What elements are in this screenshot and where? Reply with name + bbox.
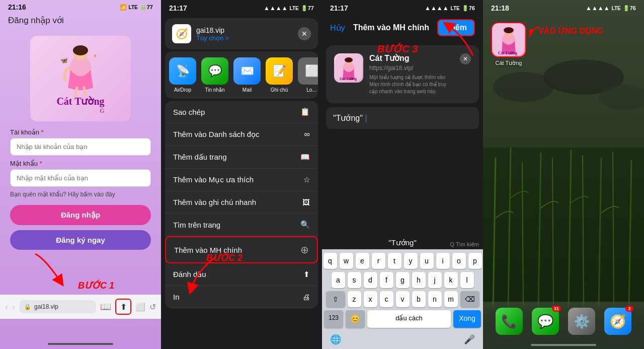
key-r[interactable]: r bbox=[372, 253, 385, 269]
key-emoji[interactable]: 😊 bbox=[346, 310, 365, 328]
site-icon: 🧭 bbox=[172, 24, 191, 43]
key-e[interactable]: e bbox=[356, 253, 369, 269]
forgot-password-text[interactable]: Bạn quên mật khẩu? Hãy bấm vào đây bbox=[10, 191, 151, 198]
menu-favorites[interactable]: Thêm vào Mục ưa thích ☆ bbox=[165, 169, 318, 191]
svg-rect-16 bbox=[483, 148, 644, 309]
key-f[interactable]: f bbox=[380, 272, 393, 288]
step1-label: BƯỚC 1 bbox=[78, 280, 114, 291]
share-app-airdrop[interactable]: 📡 AirDrop bbox=[169, 57, 196, 93]
name-input-section[interactable]: "Tướng" | bbox=[326, 107, 479, 129]
preview-app-desc: Một biểu tượng sẽ được thêm vào Màn hình… bbox=[369, 74, 454, 95]
globe-icon[interactable]: 🌐 bbox=[330, 334, 341, 345]
status-bar-panel2: 21:17 ▲▲▲▲ LTE 🔋77 bbox=[161, 0, 322, 14]
login-header-text: Đăng nhập với bbox=[8, 16, 64, 25]
status-icons-1: 📶 LTE 🔋77 bbox=[120, 4, 153, 11]
key-q[interactable]: q bbox=[324, 253, 337, 269]
key-z[interactable]: z bbox=[348, 291, 361, 307]
readinglist-icon: ∞ bbox=[304, 130, 310, 139]
key-c[interactable]: c bbox=[380, 291, 393, 307]
share-app-messages[interactable]: 💬 Tin nhắn bbox=[201, 57, 228, 93]
status-time-1: 21:16 bbox=[8, 3, 26, 11]
back-btn[interactable]: ‹ bbox=[5, 302, 8, 312]
lte-2: LTE bbox=[290, 6, 299, 11]
key-u[interactable]: u bbox=[420, 253, 434, 269]
dock-phone[interactable]: 📞 bbox=[496, 308, 523, 335]
key-backspace[interactable]: ⌫ bbox=[460, 291, 479, 307]
bookmark-btn[interactable]: 📖 bbox=[100, 301, 111, 312]
key-done[interactable]: Xong bbox=[453, 310, 481, 328]
keyboard[interactable]: "Tướng" q w e r t y u i o p a s d f g h … bbox=[322, 234, 483, 349]
keyboard-row3: ⇧ z x c v b n m ⌫ bbox=[322, 290, 483, 309]
keyboard-row1: q w e r t y u i o p bbox=[322, 249, 483, 270]
key-x[interactable]: x bbox=[364, 291, 377, 307]
share-button[interactable]: ⬆ bbox=[115, 299, 131, 315]
login-button[interactable]: Đăng nhập bbox=[10, 205, 151, 225]
key-j[interactable]: j bbox=[428, 272, 442, 288]
key-123[interactable]: 123 bbox=[324, 310, 343, 328]
share-app-notes[interactable]: 📝 Ghi chú bbox=[266, 57, 293, 93]
key-h[interactable]: h bbox=[412, 272, 426, 288]
key-o[interactable]: o bbox=[452, 253, 466, 269]
cat-tuong-mini-logo: Cat Tường bbox=[336, 55, 362, 81]
key-i[interactable]: i bbox=[436, 253, 450, 269]
menu-readinglist[interactable]: Thêm vào Danh sách đọc ∞ bbox=[165, 123, 318, 146]
key-d[interactable]: d bbox=[364, 272, 377, 288]
key-t[interactable]: t bbox=[388, 253, 401, 269]
share-close-btn[interactable]: ✕ bbox=[298, 27, 311, 40]
site-options[interactable]: Tùy chọn > bbox=[196, 34, 293, 42]
key-space[interactable]: dấu cách bbox=[367, 310, 451, 328]
url-bar[interactable]: 🔒 gai18.vip bbox=[19, 300, 96, 313]
key-shift[interactable]: ⇧ bbox=[326, 291, 345, 307]
dock-safari[interactable]: 🧭 2 bbox=[604, 308, 631, 335]
preview-app-icon: Cat Tường bbox=[334, 53, 363, 83]
copy-icon: 📋 bbox=[300, 107, 310, 116]
key-y[interactable]: y bbox=[404, 253, 418, 269]
key-b[interactable]: b bbox=[412, 291, 426, 307]
safari-badge: 2 bbox=[625, 306, 633, 312]
arrow-panel2 bbox=[181, 251, 221, 299]
bookmark-icon: 📖 bbox=[300, 153, 310, 162]
key-l[interactable]: l bbox=[460, 272, 474, 288]
key-n[interactable]: n bbox=[428, 291, 442, 307]
key-m[interactable]: m bbox=[444, 291, 458, 307]
account-input[interactable] bbox=[10, 138, 151, 156]
key-a[interactable]: a bbox=[332, 272, 345, 288]
svg-text:🌸: 🌸 bbox=[92, 52, 99, 59]
cancel-btn[interactable]: Hủy bbox=[330, 23, 345, 33]
key-v[interactable]: v bbox=[396, 291, 410, 307]
tabs-btn[interactable]: ⬜ bbox=[135, 302, 145, 312]
menu-quicknote[interactable]: Thêm vào ghi chú nhanh 🖼 bbox=[165, 191, 318, 214]
svg-text:🦋: 🦋 bbox=[60, 56, 68, 64]
key-w[interactable]: w bbox=[340, 253, 353, 269]
lte-4: LTE bbox=[612, 6, 621, 11]
key-g[interactable]: g bbox=[396, 272, 410, 288]
cat-tuong-home-icon[interactable]: Cát Tường Cát Tường bbox=[491, 22, 526, 66]
password-input[interactable] bbox=[10, 169, 151, 187]
site-name: gai18.vip bbox=[196, 26, 293, 34]
add-home-icon: ⊕ bbox=[300, 244, 309, 256]
fav-icon: ☆ bbox=[303, 175, 310, 184]
search-hint: Q Tìm kiếm bbox=[450, 239, 479, 248]
mark-icon: ⬆ bbox=[303, 270, 310, 279]
mic-icon[interactable]: 🎤 bbox=[464, 334, 475, 345]
menu-bookmark[interactable]: Thêm dấu trang 📖 bbox=[165, 146, 318, 169]
signal-icon: 📶 bbox=[120, 4, 127, 11]
logo-girl-svg: 🦋 🌸 bbox=[58, 42, 103, 98]
refresh-btn[interactable]: ↺ bbox=[149, 302, 156, 312]
forward-btn[interactable]: › bbox=[12, 302, 15, 312]
key-k[interactable]: k bbox=[444, 272, 458, 288]
share-header: 🧭 gai18.vip Tùy chọn > ✕ bbox=[165, 18, 318, 49]
register-button[interactable]: Đăng ký ngay bbox=[10, 230, 151, 250]
arrow-panel1 bbox=[30, 249, 80, 291]
key-s[interactable]: s bbox=[348, 272, 361, 288]
step3-label: BƯỚC 3 bbox=[377, 43, 418, 55]
share-app-more[interactable]: ⬜ Lo... bbox=[298, 57, 318, 93]
dock-settings[interactable]: ⚙️ bbox=[568, 308, 595, 335]
key-p[interactable]: p bbox=[468, 253, 482, 269]
dock-messages[interactable]: 💬 31 bbox=[532, 308, 559, 335]
home-indicator-4 bbox=[531, 344, 596, 346]
status-time-4: 21:18 bbox=[491, 4, 509, 12]
menu-find[interactable]: Tìm trên trang 🔍 bbox=[165, 214, 318, 236]
share-app-mail[interactable]: ✉️ Mail bbox=[233, 57, 261, 93]
menu-copy[interactable]: Sao chép 📋 bbox=[165, 101, 318, 123]
